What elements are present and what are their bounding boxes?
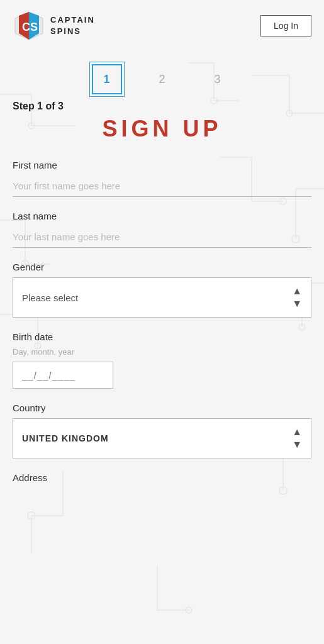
gender-group: Gender Please select Male Female Other ▲…	[13, 262, 311, 318]
svg-point-35	[279, 487, 287, 494]
last-name-input[interactable]	[13, 226, 311, 248]
gender-label: Gender	[13, 262, 311, 272]
country-label: Country	[13, 402, 311, 413]
birth-date-input[interactable]	[13, 362, 113, 389]
first-name-label: First name	[13, 160, 311, 170]
step-3: 3	[203, 64, 233, 94]
gender-select-wrapper: Please select Male Female Other ▲ ▼	[13, 277, 311, 318]
form-section: Step 1 of 3 SIGN UP First name Last name…	[0, 101, 324, 483]
step-label: Step 1 of 3	[13, 101, 311, 112]
logo-text: CAPTAIN SPINS	[50, 14, 95, 37]
address-group: Address	[13, 472, 311, 483]
logo: CS CAPTAIN SPINS	[13, 9, 95, 42]
birth-date-hint: Day, month, year	[13, 347, 311, 357]
header: CS CAPTAIN SPINS Log In	[0, 0, 324, 52]
sign-up-title: SIGN UP	[13, 116, 311, 142]
last-name-group: Last name	[13, 211, 311, 248]
country-select-wrapper: UNITED KINGDOM UNITED STATES CANADA AUST…	[13, 418, 311, 458]
step-1: 1	[92, 64, 122, 94]
first-name-group: First name	[13, 160, 311, 197]
step-2: 2	[147, 64, 177, 94]
gender-select[interactable]: Please select Male Female Other	[22, 292, 292, 303]
country-select[interactable]: UNITED KINGDOM UNITED STATES CANADA AUST…	[22, 433, 292, 443]
country-group: Country UNITED KINGDOM UNITED STATES CAN…	[13, 402, 311, 458]
svg-text:CS: CS	[22, 21, 38, 33]
steps-indicator: 1 2 3	[0, 64, 324, 94]
birth-date-label: Birth date	[13, 331, 311, 342]
first-name-input[interactable]	[13, 175, 311, 197]
svg-point-38	[186, 607, 192, 613]
birth-date-group: Birth date Day, month, year	[13, 331, 311, 389]
login-button[interactable]: Log In	[260, 15, 311, 36]
logo-icon: CS	[13, 9, 45, 42]
gender-select-arrow: ▲ ▼	[292, 286, 302, 309]
country-select-arrow: ▲ ▼	[292, 426, 302, 450]
svg-point-31	[28, 512, 35, 519]
last-name-label: Last name	[13, 211, 311, 221]
address-label: Address	[13, 472, 311, 483]
